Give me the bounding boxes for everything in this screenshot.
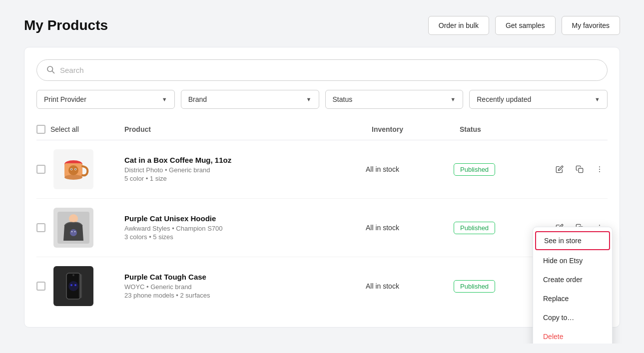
svg-point-26 <box>70 284 72 286</box>
context-menu: See in store Hide on Etsy Create order R… <box>533 227 613 344</box>
svg-point-18 <box>74 231 75 232</box>
inventory-cell: All in stock <box>366 224 446 232</box>
print-provider-label: Print Provider <box>44 95 86 103</box>
product-info: Purple Cat Tough Case WOYC • Generic bra… <box>124 273 358 300</box>
status-label: Status <box>333 95 353 103</box>
row-checkbox-area <box>36 149 116 189</box>
chevron-down-icon: ▼ <box>162 96 167 102</box>
status-badge: Published <box>454 222 495 234</box>
svg-point-4 <box>64 175 82 180</box>
more-options-button[interactable] <box>592 161 608 177</box>
status-cell: Published <box>454 280 544 293</box>
product-info: Purple Cat Unisex Hoodie Awkward Styles … <box>124 214 358 242</box>
inventory-cell: All in stock <box>366 282 446 290</box>
product-info: Cat in a Box Coffee Mug, 11oz District P… <box>124 156 358 183</box>
page-title: My Products <box>24 17 108 33</box>
svg-point-16 <box>70 229 77 236</box>
product-image <box>53 266 93 306</box>
order-in-bulk-button[interactable]: Order in bulk <box>428 16 489 35</box>
product-meta-2: 23 phone models • 2 surfaces <box>124 292 358 299</box>
product-name: Purple Cat Tough Case <box>124 273 358 281</box>
column-header-inventory: Inventory <box>372 125 452 133</box>
svg-point-13 <box>599 171 600 172</box>
search-input[interactable] <box>60 66 598 74</box>
brand-filter[interactable]: Brand ▼ <box>181 90 319 109</box>
svg-point-0 <box>47 66 53 72</box>
row-checkbox-area <box>36 266 116 306</box>
product-image <box>53 149 93 189</box>
product-image <box>53 208 93 248</box>
header-actions: Order in bulk Get samples My favorites <box>428 16 620 35</box>
svg-rect-10 <box>579 168 583 173</box>
actions-cell <box>552 161 608 177</box>
recently-updated-filter[interactable]: Recently updated ▼ <box>469 90 608 109</box>
search-bar-wrapper <box>36 59 608 81</box>
edit-button[interactable] <box>552 161 568 177</box>
brand-label: Brand <box>188 95 207 103</box>
svg-point-8 <box>71 169 72 170</box>
page-header: My Products Order in bulk Get samples My… <box>24 16 620 35</box>
table-header: Select all Product Inventory Status <box>36 121 608 140</box>
column-header-product: Product <box>124 125 364 133</box>
recently-updated-label: Recently updated <box>477 95 531 103</box>
svg-point-9 <box>75 169 76 170</box>
svg-point-17 <box>71 231 72 232</box>
svg-point-11 <box>599 166 600 167</box>
product-meta-2: 3 colors • 5 sizes <box>124 233 358 241</box>
status-badge: Published <box>454 280 495 293</box>
product-meta-1: District Photo • Generic brand <box>124 166 358 174</box>
svg-point-12 <box>599 169 600 170</box>
product-name: Cat in a Box Coffee Mug, 11oz <box>124 156 358 164</box>
select-all-label[interactable]: Select all <box>50 125 79 133</box>
context-menu-item-see-in-store[interactable]: See in store <box>535 231 610 250</box>
row-checkbox[interactable] <box>36 223 45 232</box>
select-all-checkbox[interactable] <box>36 125 45 134</box>
column-header-status: Status <box>460 125 550 133</box>
table-row: Cat in a Box Coffee Mug, 11oz District P… <box>36 140 608 199</box>
svg-point-29 <box>72 274 74 276</box>
row-checkbox[interactable] <box>36 165 45 174</box>
inventory-cell: All in stock <box>366 165 446 173</box>
print-provider-filter[interactable]: Print Provider ▼ <box>36 90 175 109</box>
context-menu-item-replace[interactable]: Replace <box>533 289 612 308</box>
row-checkbox-area <box>36 208 116 248</box>
svg-point-15 <box>69 214 78 223</box>
row-checkbox[interactable] <box>36 282 45 291</box>
svg-point-25 <box>68 281 78 291</box>
chevron-down-icon: ▼ <box>450 96 456 102</box>
my-favorites-button[interactable]: My favorites <box>562 16 620 35</box>
table-row: Purple Cat Tough Case WOYC • Generic bra… <box>36 257 608 315</box>
svg-point-20 <box>599 225 600 226</box>
table-row: Purple Cat Unisex Hoodie Awkward Styles … <box>36 199 608 257</box>
product-meta-1: WOYC • Generic brand <box>124 283 358 291</box>
status-filter[interactable]: Status ▼ <box>325 90 464 109</box>
product-meta-1: Awkward Styles • Champion S700 <box>124 225 358 232</box>
context-menu-item-copy-to[interactable]: Copy to… <box>533 308 612 327</box>
table-header-select-all: Select all <box>36 125 116 134</box>
search-icon <box>46 65 55 75</box>
context-menu-item-hide-on-etsy[interactable]: Hide on Etsy <box>533 251 612 270</box>
main-card: Print Provider ▼ Brand ▼ Status ▼ Recent… <box>24 47 620 328</box>
filters-row: Print Provider ▼ Brand ▼ Status ▼ Recent… <box>36 90 608 109</box>
product-meta-2: 5 color • 1 size <box>124 175 358 182</box>
duplicate-button[interactable] <box>572 161 588 177</box>
status-cell: Published <box>454 222 544 234</box>
get-samples-button[interactable]: Get samples <box>495 16 556 35</box>
svg-point-27 <box>74 284 76 286</box>
chevron-down-icon: ▼ <box>595 96 600 102</box>
svg-line-1 <box>52 71 54 73</box>
search-bar <box>36 59 608 81</box>
status-cell: Published <box>454 163 544 176</box>
product-name: Purple Cat Unisex Hoodie <box>124 214 358 223</box>
context-menu-item-create-order[interactable]: Create order <box>533 270 612 289</box>
status-badge: Published <box>454 163 495 176</box>
chevron-down-icon: ▼ <box>306 96 312 102</box>
context-menu-item-delete[interactable]: Delete <box>533 327 612 344</box>
svg-rect-28 <box>79 274 82 298</box>
svg-point-5 <box>68 165 78 175</box>
